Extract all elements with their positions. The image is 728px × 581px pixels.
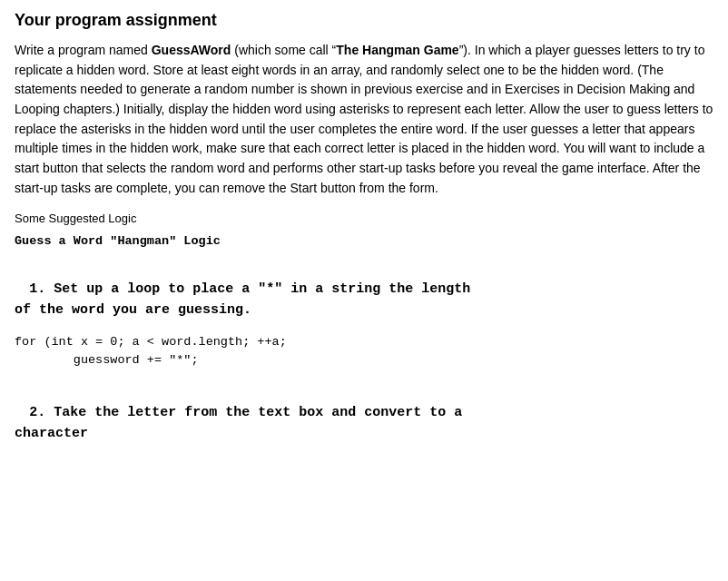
code-header: Guess a Word "Hangman" Logic <box>15 232 713 251</box>
main-paragraph: Write a program named GuessAWord (which … <box>15 41 713 199</box>
text-before-bold1: Write a program named <box>15 43 152 57</box>
step1-block: 1. Set up a loop to place a "*" in a str… <box>15 260 713 320</box>
page-title: Your program assignment <box>15 11 713 30</box>
text-after-bold2: ”). In which a player guesses letters to… <box>15 43 713 195</box>
text-after-bold1: (which some call “ <box>231 43 336 57</box>
suggested-logic-label: Some Suggested Logic <box>15 212 713 225</box>
step2-title: 2. Take the letter from the text box and… <box>15 405 462 441</box>
step2-block: 2. Take the letter from the text box and… <box>15 383 713 444</box>
step1-title: 1. Set up a loop to place a "*" in a str… <box>15 281 470 318</box>
bold-guessaword: GuessAWord <box>152 43 231 57</box>
step1-code: for (int x = 0; a < word.length; ++a; gu… <box>15 333 713 370</box>
bold-hangman-game: The Hangman Game <box>336 43 458 57</box>
